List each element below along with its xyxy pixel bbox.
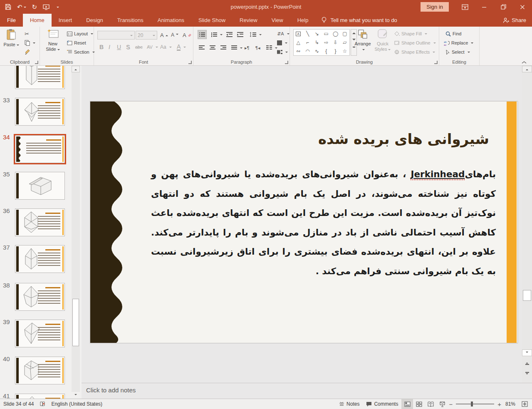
slide-thumbnail[interactable] <box>15 172 65 200</box>
decrease-indent-button[interactable] <box>225 30 234 39</box>
start-from-beginning-icon[interactable] <box>43 4 49 10</box>
drawing-dialog-launcher[interactable] <box>434 61 438 64</box>
new-slide-button[interactable]: New Slide <box>43 28 62 58</box>
comments-toggle-button[interactable]: Comments <box>363 399 401 409</box>
slide-thumbnail[interactable] <box>15 208 65 236</box>
tab-insert[interactable]: Insert <box>52 14 79 27</box>
zoom-in-button[interactable]: + <box>497 399 502 409</box>
slide-thumbnail[interactable] <box>15 320 65 347</box>
align-right-button[interactable] <box>219 43 228 52</box>
tab-slide-show[interactable]: Slide Show <box>191 14 233 27</box>
slide-thumbnail[interactable] <box>15 98 65 126</box>
replace-button[interactable]: abac Replace <box>443 38 475 47</box>
thumbnail-scroll-up-button[interactable] <box>72 66 80 72</box>
clear-formatting-button[interactable]: A <box>181 30 193 40</box>
zoom-out-button[interactable]: − <box>448 399 453 409</box>
main-scrollbar-thumb[interactable] <box>523 290 531 301</box>
slide-title[interactable]: شیروانی های بریده شده <box>215 131 489 147</box>
tab-review[interactable]: Review <box>233 14 265 27</box>
zoom-slider-thumb[interactable] <box>471 402 473 407</box>
copy-button[interactable] <box>23 38 37 47</box>
scroll-up-button[interactable] <box>522 66 532 72</box>
ribbon-display-options-button[interactable] <box>455 0 475 14</box>
thumbnail-scrollbar-thumb[interactable] <box>72 299 79 346</box>
shape-oval-icon[interactable]: ◯ <box>333 31 338 37</box>
shrink-font-button[interactable]: A <box>170 30 180 40</box>
zoom-slider[interactable] <box>456 404 494 404</box>
grow-font-button[interactable]: A <box>159 30 169 40</box>
zoom-percentage[interactable]: 81% <box>502 399 519 409</box>
shape-right-arrow-icon[interactable]: ⇨ <box>324 40 328 45</box>
slide-body-text[interactable]: بام‌هایJerkinhead ، به‌عنوان شیروانی‌های… <box>151 165 496 281</box>
find-button[interactable]: Find <box>444 29 463 38</box>
shape-star-icon[interactable]: ☆ <box>342 48 347 54</box>
collapse-ribbon-button[interactable] <box>521 59 529 64</box>
shape-down-arrow-icon[interactable]: ⇩ <box>333 40 337 45</box>
character-spacing-button[interactable]: AV <box>146 42 159 52</box>
shape-arc-icon[interactable]: ◠ <box>305 48 309 54</box>
bullets-button[interactable] <box>198 30 207 39</box>
font-name-combo[interactable] <box>97 31 135 40</box>
text-direction-button[interactable]: ⇵A <box>276 29 291 38</box>
thumbnail-scroll-down-button[interactable] <box>72 392 80 399</box>
tab-help[interactable]: Help <box>290 14 316 27</box>
slide-thumbnail[interactable] <box>15 357 65 384</box>
shape-rounded-rect-icon[interactable]: ▢ <box>342 31 347 37</box>
shape-flowchart-icon[interactable]: ▱ <box>343 40 346 45</box>
save-icon[interactable] <box>5 4 11 10</box>
font-dialog-launcher[interactable] <box>188 61 192 64</box>
minimize-button[interactable] <box>475 0 494 14</box>
quick-styles-button[interactable]: Quick Styles <box>373 28 392 58</box>
tab-view[interactable]: View <box>265 14 290 27</box>
clipboard-dialog-launcher[interactable] <box>35 61 38 64</box>
section-button[interactable]: Section <box>66 47 96 57</box>
align-text-button[interactable] <box>276 38 289 47</box>
shapes-gallery[interactable]: A ╲ ↘ ▭ ◯ ▢ △ ⌐ ↳ ⇨ ⇩ ▱ ∾ ◠ ∿ { } ☆ <box>293 29 350 56</box>
slide-thumbnail[interactable] <box>15 66 65 89</box>
align-center-button[interactable] <box>208 43 217 52</box>
sign-in-button[interactable]: Sign in <box>421 2 449 12</box>
main-scrollbar[interactable] <box>522 66 532 383</box>
tab-design[interactable]: Design <box>79 14 110 27</box>
align-left-button[interactable] <box>198 43 206 52</box>
text-shadow-button[interactable]: S <box>125 42 131 52</box>
arrange-button[interactable]: Arrange <box>353 28 372 58</box>
undo-icon[interactable]: ↶ <box>17 4 26 10</box>
view-slide-sorter-button[interactable] <box>413 399 425 409</box>
slide-thumbnail[interactable] <box>15 283 65 311</box>
close-icon[interactable] <box>513 0 532 14</box>
view-normal-button[interactable] <box>401 399 413 409</box>
previous-slide-button[interactable] <box>522 359 532 366</box>
underline-button[interactable]: U <box>116 42 122 52</box>
view-reading-button[interactable] <box>425 399 436 409</box>
slide-thumbnail[interactable] <box>15 394 65 399</box>
format-painter-button[interactable] <box>23 47 32 57</box>
shape-scribble-icon[interactable]: ∾ <box>296 48 300 54</box>
slide-thumbnail-selected[interactable] <box>15 135 65 163</box>
ltr-direction-button[interactable]: ▸¶ <box>243 43 250 52</box>
share-button[interactable]: Share <box>503 14 526 27</box>
redo-icon[interactable]: ↻ <box>32 4 37 10</box>
shape-effects-button[interactable]: Shape Effects <box>393 47 436 57</box>
notes-toggle-button[interactable]: Notes <box>336 399 363 409</box>
tab-transitions[interactable]: Transitions <box>110 14 151 27</box>
shape-rectangle-icon[interactable]: ▭ <box>324 31 328 37</box>
next-slide-button[interactable] <box>522 370 532 377</box>
font-color-button[interactable]: A <box>176 42 187 52</box>
shape-line-icon[interactable]: ╲ <box>306 31 309 37</box>
view-slideshow-button[interactable] <box>436 399 448 409</box>
spellcheck-status-button[interactable] <box>37 399 48 409</box>
change-case-button[interactable]: Aa <box>159 42 173 52</box>
shape-curve-icon[interactable]: ∿ <box>315 48 319 54</box>
shape-left-brace-icon[interactable]: { <box>325 48 327 54</box>
slide-thumbnail[interactable] <box>15 245 65 273</box>
rtl-direction-button[interactable]: ¶◂ <box>254 43 261 52</box>
slide-editing-area[interactable]: شیروانی های بریده شده بام‌هایJerkinhead … <box>82 66 522 383</box>
shape-fill-button[interactable]: Shape Fill <box>393 29 428 38</box>
shape-triangle-icon[interactable]: △ <box>297 40 300 45</box>
shape-right-brace-icon[interactable]: } <box>334 48 336 54</box>
thumbnail-scrollbar[interactable] <box>72 66 80 399</box>
tell-me-box[interactable]: Tell me what you want to do <box>315 14 403 27</box>
layout-button[interactable]: Layout <box>66 29 94 38</box>
increase-indent-button[interactable] <box>236 30 245 39</box>
